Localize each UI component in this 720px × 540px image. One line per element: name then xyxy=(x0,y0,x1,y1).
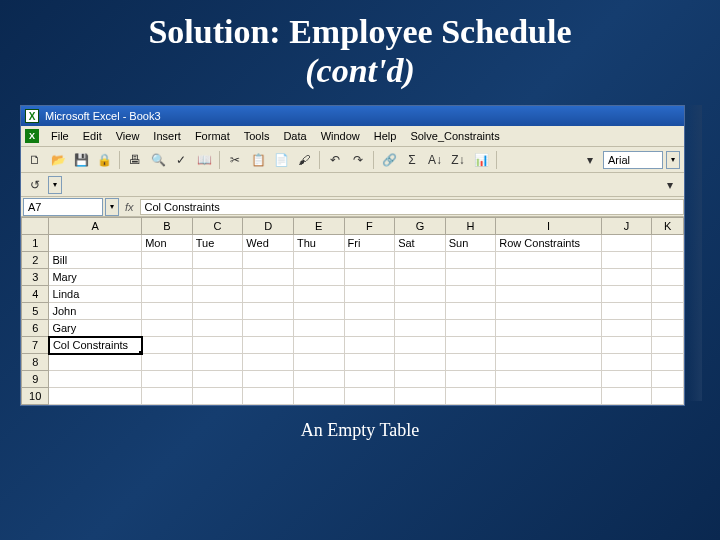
cell-C1[interactable]: Tue xyxy=(192,235,243,252)
select-all-corner[interactable] xyxy=(22,218,49,235)
sort-asc-icon[interactable]: A↓ xyxy=(425,150,445,170)
cell-J8[interactable] xyxy=(601,354,652,371)
row-header-5[interactable]: 5 xyxy=(22,303,49,320)
cell-H4[interactable] xyxy=(445,286,496,303)
cell-I4[interactable] xyxy=(496,286,601,303)
row-header-4[interactable]: 4 xyxy=(22,286,49,303)
col-header-F[interactable]: F xyxy=(344,218,395,235)
cell-I8[interactable] xyxy=(496,354,601,371)
new-icon[interactable]: 🗋 xyxy=(25,150,45,170)
cell-J9[interactable] xyxy=(601,371,652,388)
row-header-7[interactable]: 7 xyxy=(22,337,49,354)
cell-J10[interactable] xyxy=(601,388,652,405)
cell-A4[interactable]: Linda xyxy=(49,286,142,303)
row-header-8[interactable]: 8 xyxy=(22,354,49,371)
cell-A9[interactable] xyxy=(49,371,142,388)
cell-C8[interactable] xyxy=(192,354,243,371)
paste-icon[interactable]: 📄 xyxy=(271,150,291,170)
menu-data[interactable]: Data xyxy=(277,128,312,144)
cell-B9[interactable] xyxy=(142,371,193,388)
cell-H1[interactable]: Sun xyxy=(445,235,496,252)
cell-B2[interactable] xyxy=(142,252,193,269)
cell-J7[interactable] xyxy=(601,337,652,354)
row-header-3[interactable]: 3 xyxy=(22,269,49,286)
cell-I3[interactable] xyxy=(496,269,601,286)
cell-G2[interactable] xyxy=(395,252,446,269)
cell-B7[interactable] xyxy=(142,337,193,354)
cell-A7[interactable]: Col Constraints xyxy=(49,337,142,354)
cell-J2[interactable] xyxy=(601,252,652,269)
cell-H10[interactable] xyxy=(445,388,496,405)
trace-icon[interactable]: ↺ xyxy=(25,175,45,195)
cell-G5[interactable] xyxy=(395,303,446,320)
cell-J1[interactable] xyxy=(601,235,652,252)
col-header-H[interactable]: H xyxy=(445,218,496,235)
redo-icon[interactable]: ↷ xyxy=(348,150,368,170)
cell-J6[interactable] xyxy=(601,320,652,337)
cell-G7[interactable] xyxy=(395,337,446,354)
menu-edit[interactable]: Edit xyxy=(77,128,108,144)
name-box[interactable]: A7 xyxy=(23,198,103,216)
cell-I5[interactable] xyxy=(496,303,601,320)
cell-I10[interactable] xyxy=(496,388,601,405)
copy-icon[interactable]: 📋 xyxy=(248,150,268,170)
cell-I7[interactable] xyxy=(496,337,601,354)
cell-F4[interactable] xyxy=(344,286,395,303)
cell-H5[interactable] xyxy=(445,303,496,320)
cell-J4[interactable] xyxy=(601,286,652,303)
cell-A5[interactable]: John xyxy=(49,303,142,320)
save-icon[interactable]: 💾 xyxy=(71,150,91,170)
row-header-10[interactable]: 10 xyxy=(22,388,49,405)
cell-G6[interactable] xyxy=(395,320,446,337)
cell-C6[interactable] xyxy=(192,320,243,337)
cell-H7[interactable] xyxy=(445,337,496,354)
cell-D1[interactable]: Wed xyxy=(243,235,294,252)
col-header-J[interactable]: J xyxy=(601,218,652,235)
cell-I1[interactable]: Row Constraints xyxy=(496,235,601,252)
cell-E4[interactable] xyxy=(293,286,344,303)
sort-desc-icon[interactable]: Z↓ xyxy=(448,150,468,170)
cell-F5[interactable] xyxy=(344,303,395,320)
cell-K2[interactable] xyxy=(652,252,684,269)
cell-E5[interactable] xyxy=(293,303,344,320)
cell-C9[interactable] xyxy=(192,371,243,388)
fx-icon[interactable]: fx xyxy=(119,201,140,213)
cell-D10[interactable] xyxy=(243,388,294,405)
cell-F3[interactable] xyxy=(344,269,395,286)
cell-H9[interactable] xyxy=(445,371,496,388)
cell-J3[interactable] xyxy=(601,269,652,286)
cell-C3[interactable] xyxy=(192,269,243,286)
menu-view[interactable]: View xyxy=(110,128,146,144)
cell-G1[interactable]: Sat xyxy=(395,235,446,252)
cell-C5[interactable] xyxy=(192,303,243,320)
menu-format[interactable]: Format xyxy=(189,128,236,144)
col-header-I[interactable]: I xyxy=(496,218,601,235)
cell-G8[interactable] xyxy=(395,354,446,371)
cell-D6[interactable] xyxy=(243,320,294,337)
col-header-E[interactable]: E xyxy=(293,218,344,235)
font-dropdown-icon[interactable]: ▾ xyxy=(666,151,680,169)
cell-D9[interactable] xyxy=(243,371,294,388)
cell-F9[interactable] xyxy=(344,371,395,388)
cell-D4[interactable] xyxy=(243,286,294,303)
cell-A6[interactable]: Gary xyxy=(49,320,142,337)
cell-F2[interactable] xyxy=(344,252,395,269)
cell-A10[interactable] xyxy=(49,388,142,405)
cell-G10[interactable] xyxy=(395,388,446,405)
menu-tools[interactable]: Tools xyxy=(238,128,276,144)
cell-F6[interactable] xyxy=(344,320,395,337)
cell-E2[interactable] xyxy=(293,252,344,269)
chart-icon[interactable]: 📊 xyxy=(471,150,491,170)
cell-B6[interactable] xyxy=(142,320,193,337)
col-header-C[interactable]: C xyxy=(192,218,243,235)
col-header-G[interactable]: G xyxy=(395,218,446,235)
more-icon[interactable]: ▾ xyxy=(580,150,600,170)
permission-icon[interactable]: 🔒 xyxy=(94,150,114,170)
row-header-9[interactable]: 9 xyxy=(22,371,49,388)
cell-B10[interactable] xyxy=(142,388,193,405)
undo-icon[interactable]: ↶ xyxy=(325,150,345,170)
cell-F10[interactable] xyxy=(344,388,395,405)
cell-D5[interactable] xyxy=(243,303,294,320)
cell-C10[interactable] xyxy=(192,388,243,405)
cell-B1[interactable]: Mon xyxy=(142,235,193,252)
